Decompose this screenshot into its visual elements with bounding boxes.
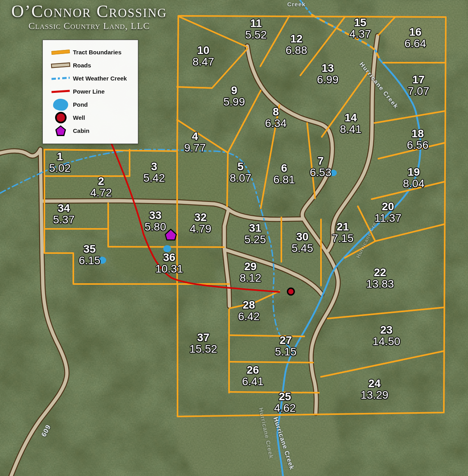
tract-number: 22 [366,267,394,278]
tract-number: 32 [190,212,212,223]
tract-label-28: 286.42 [238,299,260,322]
tract-acreage: 6.81 [273,174,295,186]
tract-acreage: 6.99 [317,74,339,86]
road-icon [48,63,73,67]
tract-number: 35 [79,244,101,255]
tract-label-1: 15.02 [49,151,71,174]
tract-number: 27 [275,335,297,346]
power-icon [48,90,73,92]
tract-acreage: 13.29 [361,390,388,401]
tract-acreage: 4.79 [190,223,212,235]
tract-label-13: 136.99 [317,63,339,85]
tract-acreage: 8.12 [240,273,262,284]
tract-label-32: 324.79 [190,212,212,234]
tract-acreage: 6.53 [310,167,332,178]
tract-acreage: 6.15 [79,255,101,267]
tract-label-5: 58.07 [230,161,252,184]
tract-number: 23 [372,324,400,336]
tract-label-9: 95.99 [223,85,245,107]
tract-label-15: 154.37 [350,17,371,40]
legend-label: Roads [73,62,91,69]
tract-acreage: 5.02 [49,163,71,174]
tract-label-10: 108.47 [193,45,214,67]
tract-label-23: 2314.50 [372,324,400,347]
tract-map: CreekHurricane CreekHurricane CreekHurri… [0,0,468,476]
tract-acreage: 6.34 [265,118,287,129]
tract-number: 36 [155,252,183,263]
legend-label: Pond [73,101,88,108]
tract-number: 3 [143,161,165,173]
tract-label-21: 217.15 [332,221,354,244]
tract-acreage: 8.04 [403,178,425,190]
tract-acreage: 5.15 [275,346,297,358]
tract-label-7: 76.53 [310,155,332,178]
tract-acreage: 5.37 [53,214,75,226]
tract-label-31: 315.25 [245,223,266,245]
tract-label-37: 3715.52 [189,332,217,355]
tract-acreage: 5.25 [245,234,266,246]
tract-label-29: 298.12 [240,261,262,284]
tract-number: 20 [374,201,401,213]
map-subtitle: Classic Country Land, LLC [4,21,174,31]
tract-number: 28 [238,299,260,311]
tract-acreage: 10.31 [155,263,183,275]
tract-acreage: 5.99 [223,96,245,108]
tract-label-16: 166.64 [405,27,426,49]
tract-number: 17 [408,74,430,86]
legend-label: Tract Boundaries [73,49,122,56]
tract-acreage: 9.77 [184,142,206,154]
legend: Tract BoundariesRoadsWet Weather CreekPo… [42,40,138,144]
tract-acreage: 6.41 [242,376,264,388]
tract-number: 26 [242,365,264,376]
tract-number: 1 [49,151,71,163]
tract-label-24: 2413.29 [361,378,388,401]
tract-number: 33 [145,210,166,221]
creek-icon [48,77,73,79]
tract-number: 13 [317,63,339,74]
tract-number: 12 [286,33,308,45]
tract-number: 21 [332,221,354,233]
tract-number: 34 [53,203,75,214]
tract-label-36: 3610.31 [155,252,183,274]
tract-number: 18 [407,128,429,140]
tract-acreage: 5.80 [145,221,166,233]
tract-acreage: 6.64 [405,38,426,50]
tract-acreage: 4.37 [350,29,371,40]
tract-label-17: 177.07 [408,74,430,97]
tract-label-12: 126.88 [286,33,308,56]
tract-acreage: 7.15 [332,233,354,244]
tract-number: 2 [90,176,112,187]
tract-label-22: 2213.83 [366,267,394,290]
legend-item-well: Well [43,111,138,124]
legend-label: Power Line [73,88,105,95]
tract-number: 16 [405,27,426,38]
tract-label-30: 305.45 [292,231,313,254]
tract-label-19: 198.04 [403,167,425,189]
tract-number: 11 [245,18,267,29]
tract-acreage: 5.45 [292,243,313,254]
tract-label-2: 24.72 [90,176,112,198]
tract-number: 10 [193,45,214,56]
tract-number: 31 [245,223,266,234]
tract-acreage: 7.07 [408,86,430,97]
tract-number: 6 [273,163,295,174]
tract-acreage: 6.56 [407,140,429,151]
tract-acreage: 15.52 [189,344,217,355]
tract-number: 9 [223,85,245,96]
tract-acreage: 6.42 [238,311,260,322]
tract-number: 4 [184,131,206,142]
tract-label-6: 66.81 [273,163,295,185]
tract-icon [48,50,73,54]
well-icon [48,112,73,123]
legend-item-power: Power Line [43,85,138,98]
tract-acreage: 5.52 [245,29,267,41]
creek-label: Creek [287,1,306,8]
legend-item-pond: Pond [43,98,138,111]
tract-label-20: 2011.37 [374,201,401,224]
tract-number: 19 [403,167,425,178]
tract-number: 5 [230,161,252,173]
tract-number: 29 [240,261,262,273]
legend-item-cabin: Cabin [43,124,138,137]
tract-number: 24 [361,378,388,390]
tract-label-18: 186.56 [407,128,429,151]
